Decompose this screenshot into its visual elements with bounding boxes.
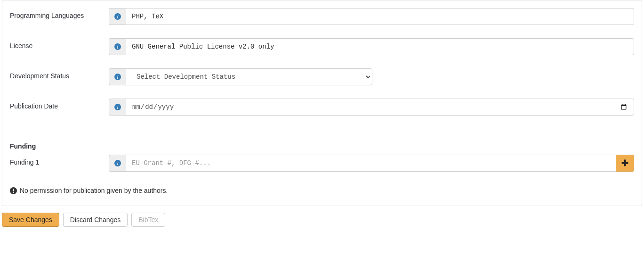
form-panel: Programming Languages i License i Develo… <box>2 0 642 206</box>
info-icon: i <box>114 104 121 110</box>
exclamation-icon <box>10 187 17 194</box>
input-group-development-status: i Select Development Status <box>109 68 372 85</box>
info-icon: i <box>114 43 121 50</box>
label-publication-date: Publication Date <box>10 99 109 110</box>
label-programming-languages: Programming Languages <box>10 8 109 19</box>
add-funding-button[interactable]: ✚ <box>616 155 634 172</box>
row-development-status: Development Status i Select Development … <box>10 68 634 85</box>
label-development-status: Development Status <box>10 68 109 80</box>
svg-text:i: i <box>117 14 118 19</box>
label-funding-1: Funding 1 <box>10 155 109 166</box>
input-group-funding-1: i ✚ <box>109 155 634 172</box>
permission-notice: No permission for publication given by t… <box>10 187 634 194</box>
license-input[interactable] <box>126 38 634 55</box>
row-publication-date: Publication Date i <box>10 99 634 116</box>
discard-button[interactable]: Discard Changes <box>63 213 128 227</box>
notice-text: No permission for publication given by t… <box>20 187 168 194</box>
programming-languages-input[interactable] <box>126 8 634 25</box>
bibtex-button: BibTex <box>131 213 165 227</box>
publication-date-input[interactable] <box>126 99 634 116</box>
svg-rect-11 <box>13 189 14 191</box>
funding-1-input[interactable] <box>126 155 616 172</box>
svg-text:i: i <box>117 75 118 80</box>
label-license: License <box>10 38 109 50</box>
input-group-publication-date: i <box>109 99 634 116</box>
info-icon: i <box>114 13 121 20</box>
svg-text:i: i <box>117 161 118 166</box>
row-programming-languages: Programming Languages i <box>10 8 634 25</box>
info-addon[interactable]: i <box>109 155 126 172</box>
input-group-programming-languages: i <box>109 8 634 25</box>
plus-icon: ✚ <box>621 158 628 168</box>
svg-text:i: i <box>117 44 118 50</box>
info-addon[interactable]: i <box>109 99 126 116</box>
save-button[interactable]: Save Changes <box>2 213 59 227</box>
svg-text:i: i <box>117 105 118 110</box>
divider <box>10 129 634 129</box>
development-status-select[interactable]: Select Development Status <box>126 68 372 85</box>
svg-rect-12 <box>13 192 14 193</box>
funding-section: Funding Funding 1 i ✚ <box>10 141 634 172</box>
info-icon: i <box>114 74 121 80</box>
funding-header: Funding <box>10 142 634 150</box>
row-funding-1: Funding 1 i ✚ <box>10 155 634 172</box>
button-bar: Save Changes Discard Changes BibTex <box>0 210 644 230</box>
info-addon[interactable]: i <box>109 68 126 85</box>
input-group-license: i <box>109 38 634 55</box>
info-icon: i <box>114 160 121 166</box>
info-addon[interactable]: i <box>109 8 126 25</box>
info-addon[interactable]: i <box>109 38 126 55</box>
row-license: License i <box>10 38 634 55</box>
